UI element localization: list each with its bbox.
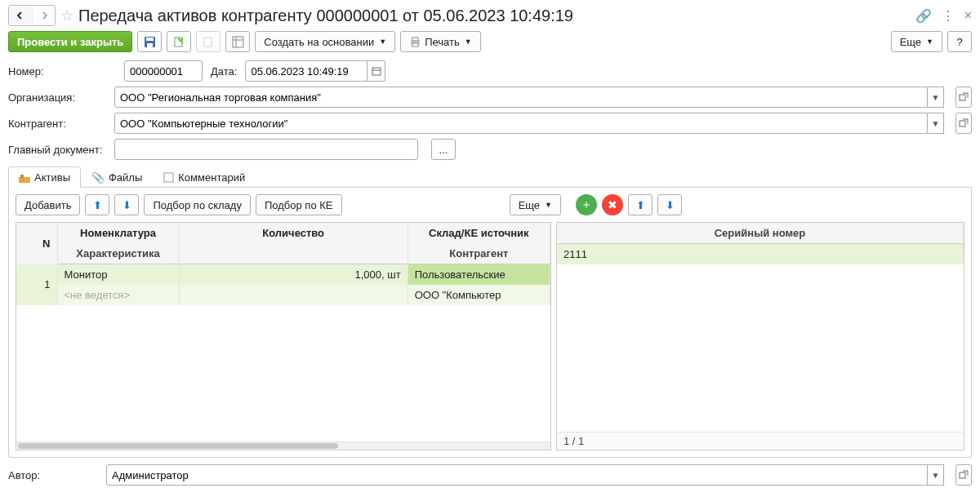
chevron-down-icon: ▼ xyxy=(465,38,472,46)
movements-button[interactable] xyxy=(225,31,250,52)
table-row[interactable]: <не ведется> ООО "Компьютер xyxy=(16,285,550,305)
svg-rect-15 xyxy=(19,177,30,183)
col-n-header: N xyxy=(16,223,57,264)
number-input[interactable] xyxy=(124,60,203,82)
serial-delete-button[interactable]: ✖ xyxy=(602,194,623,215)
author-dropdown-button[interactable]: ▼ xyxy=(928,464,944,486)
link-icon[interactable]: 🔗 xyxy=(915,8,932,24)
author-label: Автор: xyxy=(8,469,98,481)
chevron-down-icon: ▼ xyxy=(926,38,933,46)
create-based-on-button[interactable]: Создать на основании▼ xyxy=(255,31,395,52)
col-char-header: Характеристика xyxy=(57,243,179,264)
contractor-input[interactable] xyxy=(114,113,928,134)
col-qty-header: Количество xyxy=(179,223,408,243)
add-row-button[interactable]: Добавить xyxy=(16,194,80,215)
col-contr-header: Контрагент xyxy=(408,243,550,264)
svg-rect-10 xyxy=(412,43,418,47)
table-row[interactable]: 1 Монитор 1,000, шт Пользовательские xyxy=(16,264,550,286)
chevron-down-icon: ▼ xyxy=(379,38,386,46)
contractor-label: Контрагент: xyxy=(8,118,106,130)
serial-grid[interactable]: Серийный номер 2111 1 / 1 xyxy=(556,222,964,450)
svg-rect-14 xyxy=(960,121,965,126)
help-button[interactable]: ? xyxy=(947,31,972,52)
svg-rect-11 xyxy=(372,68,381,75)
close-icon[interactable]: × xyxy=(964,8,972,24)
more-button[interactable]: Еще▼ xyxy=(891,31,942,52)
maindoc-label: Главный документ: xyxy=(8,144,106,156)
col-nomen-header: Номенклатура xyxy=(57,223,179,243)
pick-by-warehouse-button[interactable]: Подбор по складу xyxy=(144,194,251,215)
maindoc-select-button[interactable]: ... xyxy=(431,139,456,160)
tab-files[interactable]: 📎 Файлы xyxy=(81,166,153,188)
org-input[interactable] xyxy=(114,87,928,108)
org-dropdown-button[interactable]: ▼ xyxy=(928,87,944,108)
number-label: Номер: xyxy=(8,65,44,78)
serial-move-up-button[interactable]: ⬆ xyxy=(628,194,653,215)
horizontal-scrollbar[interactable] xyxy=(16,441,550,450)
tab-comment[interactable]: Комментарий xyxy=(153,166,256,188)
tab-assets[interactable]: Активы xyxy=(8,166,81,188)
author-input[interactable] xyxy=(106,464,928,486)
svg-rect-4 xyxy=(204,38,212,47)
assets-grid[interactable]: N Номенклатура Количество Склад/КЕ источ… xyxy=(16,222,551,450)
svg-rect-5 xyxy=(233,37,243,47)
contractor-open-button[interactable] xyxy=(956,113,972,134)
svg-rect-17 xyxy=(164,173,173,182)
svg-rect-1 xyxy=(146,38,154,41)
serial-move-down-button[interactable]: ⬇ xyxy=(657,194,682,215)
svg-rect-13 xyxy=(960,95,965,100)
date-label: Дата: xyxy=(211,65,237,78)
paperclip-icon: 📎 xyxy=(91,171,105,184)
date-input[interactable] xyxy=(245,60,368,82)
post-and-close-button[interactable]: Провести и закрыть xyxy=(8,31,132,52)
svg-rect-2 xyxy=(147,43,153,47)
serial-add-button[interactable]: ＋ xyxy=(576,194,597,215)
unpost-button[interactable] xyxy=(196,31,220,52)
svg-rect-9 xyxy=(412,38,418,41)
nav-back-button[interactable] xyxy=(9,6,32,25)
pick-by-ce-button[interactable]: Подбор по КЕ xyxy=(256,194,342,215)
move-down-button[interactable]: ⬇ xyxy=(114,194,139,215)
org-label: Организация: xyxy=(8,91,106,104)
page-title: Передача активов контрагенту 000000001 о… xyxy=(78,7,911,25)
print-button[interactable]: Печать▼ xyxy=(400,31,481,52)
serial-row[interactable]: 2111 xyxy=(557,244,964,265)
move-up-button[interactable]: ⬆ xyxy=(85,194,109,215)
nav-forward-button[interactable] xyxy=(32,6,55,25)
menu-dots-icon[interactable]: ⋮ xyxy=(942,8,955,24)
svg-rect-18 xyxy=(960,472,965,478)
org-open-button[interactable] xyxy=(956,87,972,108)
save-button[interactable] xyxy=(137,31,162,52)
svg-rect-16 xyxy=(20,175,24,178)
serial-header: Серийный номер xyxy=(557,223,964,244)
contractor-dropdown-button[interactable]: ▼ xyxy=(928,113,944,134)
favorite-star-icon[interactable]: ☆ xyxy=(60,7,74,24)
assets-more-button[interactable]: Еще▼ xyxy=(510,194,561,215)
calendar-icon[interactable] xyxy=(368,60,385,82)
col-source-header: Склад/КЕ источник xyxy=(408,223,550,243)
author-open-button[interactable] xyxy=(956,464,972,486)
maindoc-input[interactable] xyxy=(114,139,418,160)
post-button[interactable] xyxy=(167,31,191,52)
serial-pager: 1 / 1 xyxy=(557,432,964,450)
